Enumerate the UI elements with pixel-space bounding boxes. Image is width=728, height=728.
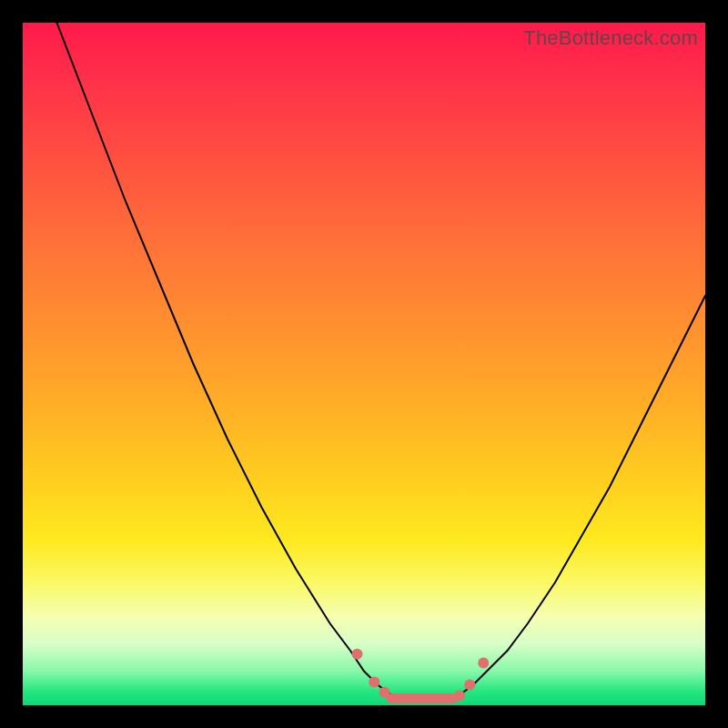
chart-frame: TheBottleneck.com (0, 0, 728, 728)
chart-svg (23, 23, 705, 705)
marker-dot (352, 649, 363, 660)
marker-dot (464, 680, 475, 691)
left-curve (57, 23, 392, 695)
marker-group (352, 649, 490, 702)
right-curve (460, 296, 705, 695)
marker-dot (478, 658, 489, 669)
marker-dot (454, 691, 465, 702)
plot-area: TheBottleneck.com (23, 23, 705, 705)
marker-dot (369, 677, 379, 688)
